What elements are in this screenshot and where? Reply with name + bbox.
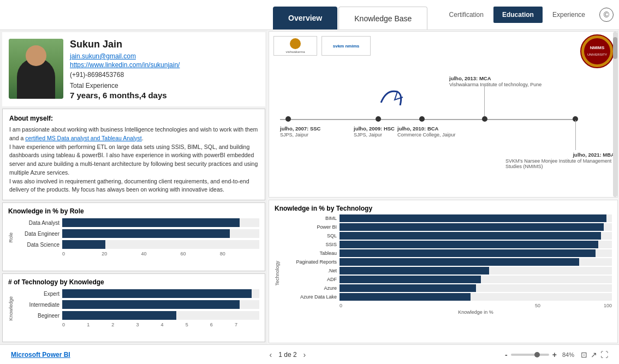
bar-row-data-science: Data Science (16, 240, 259, 249)
bar-fill-intermediate (62, 300, 240, 309)
timeline-line (280, 119, 574, 120)
zoom-slider-thumb[interactable] (534, 352, 540, 357)
bar-powerbi: Power BI (282, 223, 612, 231)
chart-role-x-axis: 0 20 40 60 80 (62, 251, 259, 256)
bar-track-data-science (62, 240, 259, 249)
content-area: Sukun Jain jain.sukun@gmail.com https://… (0, 30, 619, 344)
bar-track-intermediate (62, 300, 259, 309)
main-tabs: Overview Knowledge Base (0, 0, 427, 29)
tick-0: 0 (62, 251, 102, 256)
chart-tech-title: Knowledge in % by Technology (275, 205, 612, 212)
about-title: About myself: (9, 115, 258, 122)
bar-row-intermediate: Intermediate (16, 300, 259, 309)
bar-label-data-science: Data Science (16, 242, 59, 248)
tick-60: 60 (181, 251, 220, 256)
timeline-scrollbar[interactable] (613, 32, 617, 197)
zoom-minus-btn[interactable]: - (505, 350, 508, 359)
tick-80: 80 (220, 251, 259, 256)
profile-email[interactable]: jain.sukun@gmail.com (70, 52, 180, 60)
svg-text:NMIMS: NMIMS (590, 45, 605, 50)
chart-tech-y-label: Knowledge (8, 296, 14, 321)
chart-tech-body: Knowledge Expert Intermediate (8, 289, 259, 327)
next-arrow[interactable]: › (303, 350, 306, 359)
tab-education[interactable]: Education (493, 7, 543, 23)
profile-card: Sukun Jain jain.sukun@gmail.com https://… (2, 32, 265, 106)
timeline-dot-mca (482, 116, 487, 122)
right-column: vishwakarma svkm nmims NMIMS UNIVERSITY (267, 30, 619, 344)
tab-experience[interactable]: Experience (544, 7, 594, 23)
left-column: Sukun Jain jain.sukun@gmail.com https://… (0, 30, 267, 344)
bar-sql: SQL (282, 232, 612, 240)
avatar (9, 39, 63, 99)
chart-tech-title: # of Technology by Knowledge (8, 278, 259, 286)
fit-icon[interactable]: ⊡ (581, 350, 587, 359)
mba-vertical-line (575, 120, 576, 150)
profile-exp-value: 7 years, 6 months,4 days (70, 91, 180, 100)
timeline-label-ssc-inst: SJPS, Jaipur (280, 132, 308, 138)
bar-azure-data-lake: Azure Data Lake (282, 293, 612, 301)
bar-dotnet: .Net (282, 267, 612, 275)
bar-row-data-engineer: Data Engineer (16, 229, 259, 238)
timeline-label-bca-year: julho, 2010: BCA (397, 126, 439, 132)
check-decoration (378, 86, 406, 115)
fullscreen-icon[interactable]: ⛶ (600, 350, 608, 359)
about-link[interactable]: certified MS Data analyst and Tableau An… (25, 135, 141, 141)
tab-overview[interactable]: Overview (273, 7, 337, 29)
tech-bars-container: BIML Power BI SQL (282, 214, 612, 332)
timeline-label-hsc-inst: SJPS, Jaipur (354, 132, 382, 138)
bar-fill-begineer (62, 311, 176, 320)
chart-knowledge-by-role: Knowledge in % by Role Role Data Analyst (2, 202, 265, 271)
zoom-plus-btn[interactable]: + (552, 350, 557, 359)
bar-azure: Azure (282, 284, 612, 292)
chart-tech-y-axis-label: Technology (275, 261, 280, 286)
bar-label-data-analyst: Data Analyst (16, 220, 59, 226)
timeline-label-bca-inst: Commerce College, Jaipur (397, 132, 456, 138)
bar-biml: BIML (282, 214, 612, 222)
bar-row-data-analyst: Data Analyst (16, 218, 259, 227)
timeline-label-mca-inst: Vishwakarma Institute of technology, Pun… (449, 82, 541, 87)
tick-20: 20 (102, 251, 141, 256)
timeline-label-hsc-year: julho, 2009: HSC (354, 126, 395, 132)
timeline-label-mca-year: julho, 2013: MCA (449, 75, 491, 81)
bar-track-data-engineer (62, 229, 259, 238)
zoom-slider[interactable] (511, 354, 549, 356)
chart-role-bars: Data Analyst Data Engineer (16, 218, 259, 256)
powerbi-link[interactable]: Microsoft Power BI (11, 351, 70, 359)
about-text: I am passionate about working with busin… (9, 126, 258, 194)
chart-tech-bars: Expert Intermediate (16, 289, 259, 327)
tab-certification[interactable]: Certification (441, 7, 492, 23)
bar-fill-data-science (62, 240, 105, 249)
svg-text:UNIVERSITY: UNIVERSITY (587, 53, 607, 56)
svg-point-1 (584, 38, 610, 64)
charts-left: Knowledge in % by Role Role Data Analyst (0, 202, 267, 344)
chart-knowledge-by-tech: Knowledge in % by Technology Technology … (269, 200, 618, 343)
prev-arrow[interactable]: ‹ (270, 350, 272, 359)
bar-track-begineer (62, 311, 259, 320)
bar-label-begineer: Begineer (16, 313, 59, 319)
profile-info: Sukun Jain jain.sukun@gmail.com https://… (70, 39, 180, 100)
bar-track-data-analyst (62, 218, 259, 227)
education-timeline: vishwakarma svkm nmims NMIMS UNIVERSITY (269, 31, 618, 198)
zoom-level: 84% (562, 351, 574, 358)
timeline-label-mba-year: julho, 2021: MBA (573, 152, 615, 158)
chart-tech-x-axis: 0 1 2 3 4 5 6 7 (62, 322, 259, 327)
tab-knowledge-base[interactable]: Knowledge Base (338, 7, 427, 29)
bar-fill-data-engineer (62, 229, 230, 238)
scrollbar-thumb[interactable] (613, 37, 617, 59)
bar-label-data-engineer: Data Engineer (16, 231, 59, 237)
tech-x-label: Knowledge in % (340, 309, 612, 315)
bar-fill-expert (62, 289, 252, 298)
bottom-bar: Microsoft Power BI ‹ 1 de 2 › - + 84% ⊡ … (0, 344, 619, 364)
tick-40: 40 (141, 251, 180, 256)
bar-track-expert (62, 289, 259, 298)
about-card: About myself: I am passionate about work… (2, 109, 265, 200)
bar-tableau: Tableau (282, 249, 612, 257)
nmims-logo: NMIMS UNIVERSITY (580, 34, 615, 69)
timeline-label-mba-inst: SVKM's Narsee Monjee Institute of Manage… (505, 158, 615, 169)
bar-label-expert: Expert (16, 291, 59, 297)
sub-tabs: Certification Education Experience (441, 7, 594, 23)
profile-linkedin[interactable]: https://www.linkedin.com/in/sukunjain/ (70, 61, 180, 69)
share-icon[interactable]: ↗ (591, 350, 597, 359)
copyright-icon: © (599, 8, 614, 22)
bar-ssis: SSIS (282, 241, 612, 248)
